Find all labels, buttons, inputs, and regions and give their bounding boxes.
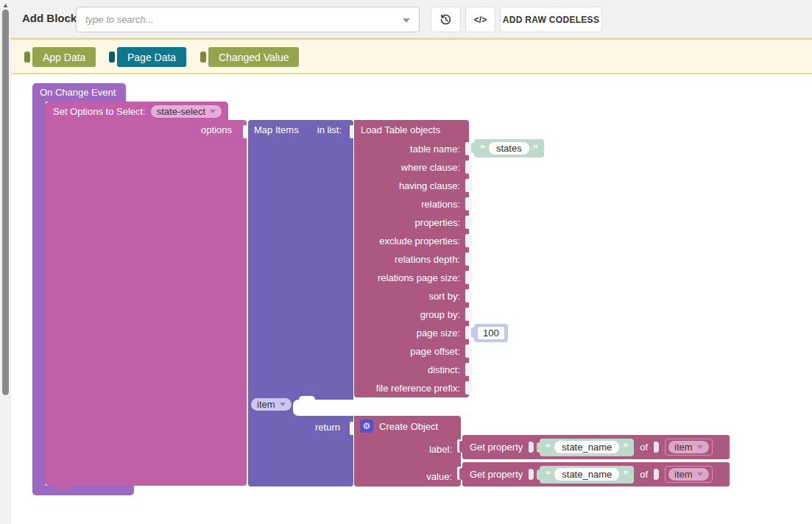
set-options-label: Set Options to Select: [53, 106, 146, 117]
item-variable-value: item [257, 399, 275, 410]
create-object-block[interactable]: ⚙ Create Object label: value: [354, 416, 461, 486]
block-search-combobox[interactable] [76, 7, 420, 32]
text-block-states[interactable]: “ states ” [474, 139, 544, 157]
history-button[interactable] [431, 7, 461, 32]
palette-block-changed-value[interactable]: Changed Value [208, 47, 299, 67]
param-row-table-name: table name: [354, 140, 469, 158]
get-property-block[interactable]: Get property “ state_name ” of item [462, 462, 730, 486]
chevron-down-icon [280, 403, 286, 406]
param-row-relations-page-size: relations page size: [354, 269, 469, 287]
chevron-down-icon[interactable] [403, 18, 410, 23]
param-label: having clause: [399, 180, 460, 191]
param-label: page size: [417, 328, 460, 339]
param-row-distinct: distinct: [354, 361, 469, 379]
options-input-label: options [201, 124, 232, 135]
object-socket [654, 469, 659, 480]
load-table-title: Load Table objects [361, 124, 440, 135]
palette-block-app-data[interactable]: App Data [32, 47, 96, 67]
palette-block-page-data[interactable]: Page Data [117, 47, 186, 67]
param-socket [465, 252, 473, 266]
variable-shadow-block[interactable]: item [665, 466, 713, 483]
text-block-state-name[interactable]: “ state_name ” [540, 439, 634, 456]
get-property-block[interactable]: Get property “ state_name ” of item [462, 435, 730, 459]
open-quote-icon: “ [546, 442, 551, 453]
param-row-sort-by: sort by: [354, 287, 469, 305]
label-input-label: label: [429, 444, 452, 455]
param-socket [465, 179, 473, 192]
item-variable-dropdown[interactable]: item [668, 441, 709, 453]
property-name-field[interactable]: state_name [554, 441, 619, 453]
param-label: relations: [421, 199, 460, 210]
codeless-canvas[interactable]: On Change Event Set Options to Select: s… [0, 0, 812, 524]
set-options-block[interactable]: Set Options to Select: state-select [46, 102, 228, 121]
param-label: properties: [415, 217, 460, 228]
block-palette-band: App Data Page Data Changed Value [11, 38, 812, 74]
param-socket [465, 363, 473, 376]
palette-block-label: Changed Value [219, 52, 289, 63]
open-quote-icon: “ [480, 143, 485, 155]
param-socket [465, 216, 473, 229]
param-label: sort by: [428, 291, 460, 302]
history-icon [439, 13, 452, 26]
param-socket [465, 160, 473, 174]
property-name-field[interactable]: state_name [554, 468, 619, 481]
variable-shadow-block[interactable]: item [665, 439, 713, 456]
palette-block-label: App Data [43, 52, 85, 63]
text-block-state-name[interactable]: “ state_name ” [540, 466, 634, 484]
gear-icon[interactable]: ⚙ [360, 419, 373, 433]
table-name-field[interactable]: states [489, 142, 529, 155]
of-label: of [640, 442, 648, 453]
param-label: distinct: [428, 364, 460, 375]
map-items-title: Map Items [254, 124, 299, 135]
map-items-block[interactable]: Map Items in list: item return [248, 120, 353, 486]
chevron-down-icon [697, 472, 703, 476]
param-label: page offset: [410, 346, 460, 357]
state-select-dropdown[interactable]: state-select [151, 105, 222, 118]
number-block-100[interactable]: 100 [474, 324, 508, 342]
param-row-page-size: page size: [354, 324, 469, 342]
search-input[interactable] [77, 7, 419, 32]
page-size-field[interactable]: 100 [478, 327, 504, 339]
event-block-label: On Change Event [40, 87, 116, 98]
param-row-group-by: group by: [354, 305, 469, 324]
param-socket [465, 197, 473, 210]
load-table-objects-block[interactable]: Load Table objects table name: where cla… [354, 120, 469, 397]
close-quote-icon: ” [533, 143, 538, 155]
set-options-block-body[interactable]: options [46, 120, 247, 486]
add-block-toolbar: Add Block: </> ADD RAW CODELESS [11, 0, 812, 38]
get-property-label: Get property [470, 469, 523, 480]
create-object-title: Create Object [379, 421, 438, 432]
param-row-page-offset: page offset: [354, 342, 469, 361]
get-property-label: Get property [470, 442, 523, 453]
item-variable-value: item [674, 469, 693, 480]
return-input-label: return [315, 422, 340, 433]
code-view-button[interactable]: </> [465, 7, 495, 32]
event-block-bottom [32, 486, 134, 495]
item-variable-dropdown[interactable]: item [668, 468, 709, 481]
item-variable-dropdown[interactable]: item [251, 398, 292, 411]
event-block-spine [32, 100, 46, 488]
open-quote-icon: “ [546, 469, 551, 481]
param-socket [465, 289, 473, 302]
param-row-file-reference-prefix: file reference prefix: [354, 379, 469, 397]
param-row-where-clause: where clause: [354, 158, 469, 177]
object-socket [654, 442, 659, 453]
palette-block-label: Page Data [127, 52, 176, 63]
close-quote-icon: ” [623, 442, 628, 453]
param-label: group by: [420, 309, 460, 320]
param-label: exclude properties: [379, 236, 460, 247]
param-row-relations-depth: relations depth: [354, 250, 469, 269]
param-socket [465, 308, 473, 321]
add-block-label: Add Block: [22, 12, 80, 24]
param-row-having-clause: having clause: [354, 177, 469, 195]
state-select-value: state-select [157, 106, 205, 117]
property-socket [529, 442, 534, 453]
param-socket [465, 381, 473, 394]
value-input-label: value: [426, 471, 452, 482]
on-change-event-block[interactable]: On Change Event [32, 83, 126, 102]
add-raw-codeless-button[interactable]: ADD RAW CODELESS [500, 7, 602, 32]
param-label: where clause: [401, 162, 460, 173]
param-label: file reference prefix: [376, 383, 460, 394]
chevron-down-icon [697, 445, 703, 449]
close-quote-icon: ” [623, 469, 628, 481]
